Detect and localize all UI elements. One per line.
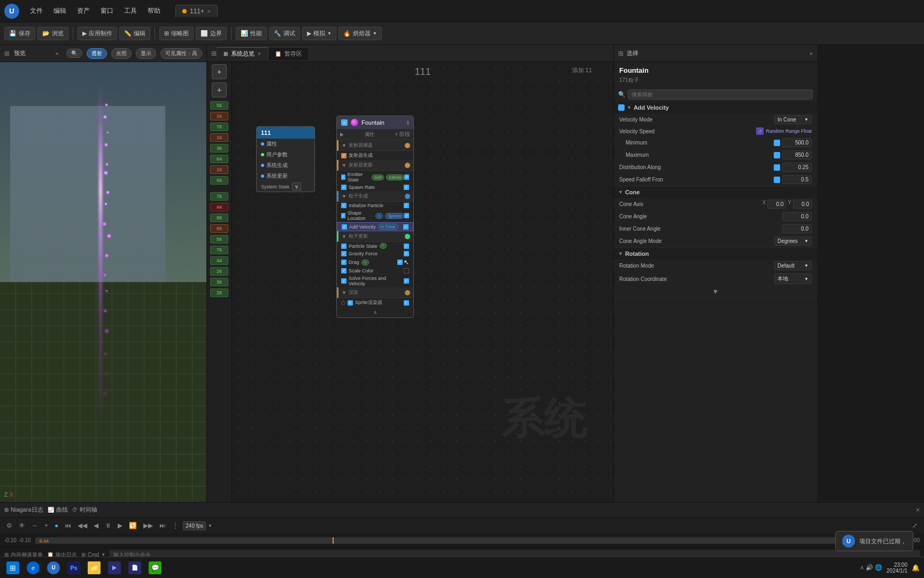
bake-button[interactable]: 🔥 烘焙器 ▼ [338, 27, 382, 40]
sys-item-96[interactable]: 96 [210, 214, 228, 222]
menu-help[interactable]: 帮助 [143, 4, 165, 18]
fountain-info-icon[interactable]: ℹ [407, 120, 409, 126]
sys-item-86[interactable]: 86 [210, 224, 228, 233]
add-velocity-checkbox[interactable] [618, 104, 625, 111]
media-button[interactable]: ▶ [106, 559, 123, 576]
menu-assets[interactable]: 资产 [73, 4, 94, 18]
sys-item-56c[interactable]: 56 [210, 235, 228, 244]
sys-item-56b[interactable]: 56 [210, 176, 228, 185]
preview-badge-show[interactable]: 显示 [136, 48, 156, 59]
tl-end-icon[interactable]: ⏭ [157, 521, 168, 530]
start-button[interactable]: ⊞ [4, 559, 21, 576]
explorer-button[interactable]: 📁 [86, 559, 103, 576]
menu-window[interactable]: 窗口 [96, 4, 118, 18]
speed-falloff-value[interactable]: 0.5 [782, 175, 812, 184]
cone-angle-mode-dropdown[interactable]: Degrees ▼ [774, 237, 812, 246]
sys-item-36[interactable]: 36 [210, 144, 228, 153]
bounds-button[interactable]: ⬜ 边界 [196, 27, 227, 40]
sys-item-26[interactable]: 26 [210, 267, 228, 276]
emitter-node-sys-spawn[interactable]: 系统生成 [257, 160, 314, 171]
fn-row-shape-location[interactable]: ✓ Shape Location × Sphere ✓ [337, 209, 413, 222]
preview-badge-light[interactable]: 透射 [87, 48, 107, 59]
simulate-button[interactable]: ▶ 模拟 ▼ [302, 27, 336, 40]
ue-taskbar-button[interactable]: U [45, 559, 62, 576]
preview-badge-search[interactable]: 🔍 [66, 49, 82, 58]
tl-play-icon[interactable]: ▶ [116, 521, 125, 530]
browse-button[interactable]: 📂 浏览 [37, 27, 68, 40]
preview-badge-lighting[interactable]: 光照 [111, 48, 132, 59]
tl-move-icon[interactable]: ↔ [29, 521, 40, 530]
sys-item-64[interactable]: 64 [210, 155, 228, 163]
tl-loop-icon[interactable]: 🔁 [127, 521, 139, 530]
right-close-icon[interactable]: × [810, 50, 813, 57]
edit-button[interactable]: ✏️ 编辑 [119, 27, 150, 40]
tl-prev-frame-icon[interactable]: ◀◀ [75, 521, 89, 530]
fn-section-particle-update[interactable]: ▼ 粒子更新 [337, 231, 413, 242]
timeline-close-icon[interactable]: × [916, 506, 920, 514]
menu-edit[interactable]: 编辑 [49, 4, 71, 18]
sys-item-76[interactable]: 76 [210, 123, 228, 131]
distribution-checkbox[interactable] [774, 164, 780, 171]
cone-axis-y-value[interactable]: 0.0 [793, 200, 812, 209]
apply-button[interactable]: ▶ 应用制作 [78, 27, 117, 40]
cone-angle-value[interactable]: 0.0 [782, 212, 812, 221]
velocity-mode-dropdown[interactable]: In Cone ▼ [774, 115, 812, 124]
tab-system-overview[interactable]: ⊞ 系统总览 × [217, 47, 268, 60]
sys-item-76c[interactable]: 76 [210, 246, 228, 254]
sys-item-16c[interactable]: 16 [210, 165, 228, 174]
maximum-value[interactable]: 850.0 [782, 150, 812, 159]
emitter-node-sys-update[interactable]: 系统更新 [257, 171, 314, 181]
sys-item-36b[interactable]: 36 [210, 278, 228, 286]
tl-add-icon[interactable]: + [42, 521, 50, 530]
timeline-tab-curves[interactable]: 📈 曲线 [48, 506, 68, 514]
fps-display[interactable]: 240 fps [183, 521, 206, 530]
sys-item-16[interactable]: 16 [210, 112, 228, 120]
tl-active-icon[interactable]: ● [52, 521, 60, 530]
tl-stop-icon[interactable]: ⏸ [103, 521, 113, 530]
emitter-node-properties[interactable]: 属性 [257, 139, 314, 149]
fn-section-render[interactable]: ▼ 渲染 [337, 287, 413, 298]
sys-item-76b[interactable]: 76 [210, 192, 228, 201]
fn-row-add-velocity[interactable]: ✓ Add Velocity In Cone ✓ [337, 222, 413, 231]
tl-eye-icon[interactable]: 👁 [17, 521, 27, 530]
add-system-button-2[interactable]: + [212, 82, 227, 97]
sys-item-44b[interactable]: 44 [210, 256, 228, 265]
minimum-checkbox[interactable] [774, 140, 780, 146]
distribution-value[interactable]: 0.25 [782, 163, 812, 172]
menu-file[interactable]: 文件 [26, 4, 47, 18]
add-velocity-header[interactable]: ▼ Add Velocity [614, 102, 817, 113]
tab-staging[interactable]: 📋 暂存区 [268, 47, 309, 60]
ps-button[interactable]: Ps [65, 559, 82, 576]
notification-icon[interactable]: 🔔 [912, 564, 920, 572]
save-button[interactable]: 💾 保存 [4, 27, 35, 40]
fn-section-emitter-update[interactable]: ▼ 发射器更新 [337, 160, 413, 171]
tab-111[interactable]: 111+ × [175, 5, 218, 17]
tl-track-bar[interactable]: 9.44 [35, 537, 884, 544]
fn-row-scale-color[interactable]: ✓ Scale Color [337, 267, 413, 275]
fountain-checkbox[interactable]: ✓ [341, 119, 348, 126]
fn-section-emitter-spawn[interactable]: ▼ 发射器捕盖 [337, 140, 413, 151]
fn-row-init-particle[interactable]: ✓ Initialize Particle ✓ [337, 202, 413, 209]
menu-tools[interactable]: 工具 [120, 4, 141, 18]
preview-close-icon[interactable]: × [56, 50, 59, 57]
speed-falloff-checkbox[interactable] [774, 177, 780, 183]
fn-section-attributes[interactable]: ▶ 属性 + 阶段 [337, 129, 413, 140]
timeline-tab-niagara[interactable]: ⊞ Niagara日志 [4, 506, 43, 514]
tl-fullscreen-icon[interactable]: ⤢ [910, 521, 920, 530]
maximum-checkbox[interactable] [774, 152, 780, 158]
fn-row-particle-state[interactable]: ✓ Particle State * ✓ [337, 242, 413, 250]
fn-row-sprite[interactable]: ⬡ ✓ Sprite渲染器 ✓ [337, 298, 413, 307]
debug-button[interactable]: 🔧 调试 [269, 27, 300, 40]
ue-logo[interactable]: U [4, 4, 19, 19]
tl-tools-icon[interactable]: ⚙ [4, 521, 14, 530]
fn-row-spawn-rate[interactable]: ✓ Spawn Rate ✓ [337, 184, 413, 191]
cone-axis-x-value[interactable]: 0.0 [767, 200, 786, 209]
edge-button[interactable]: e [25, 559, 42, 576]
fn-section-particle-spawn[interactable]: ▼ 粒子生成 [337, 191, 413, 202]
fn-row-emitter-state[interactable]: ✓ Emitter State Self Infinite ✓ [337, 171, 413, 184]
right-search-input[interactable] [628, 89, 813, 100]
sys-item-16b[interactable]: 16 [210, 133, 228, 142]
system-overview-close-icon[interactable]: × [258, 51, 261, 57]
tl-rewind-icon[interactable]: ⏮ [63, 521, 73, 530]
tl-next-icon[interactable]: ▶▶ [141, 521, 155, 530]
